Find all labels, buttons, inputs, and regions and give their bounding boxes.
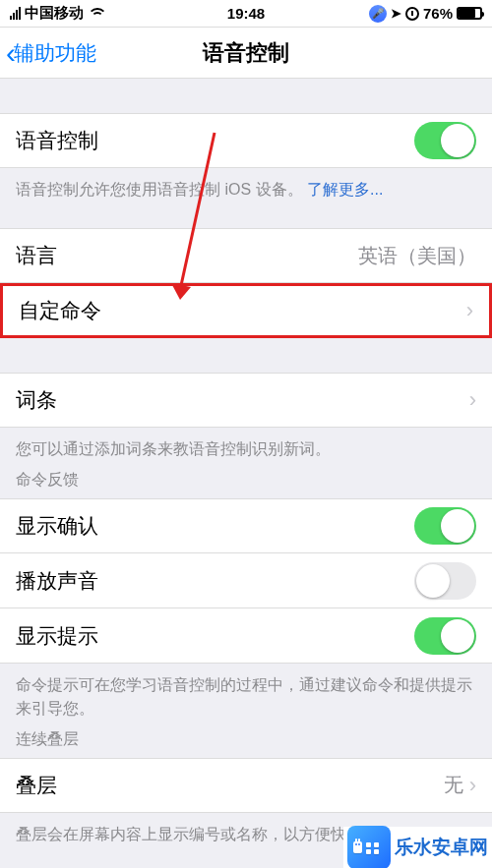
- vocab-label: 词条: [16, 386, 57, 414]
- back-button[interactable]: ‹ 辅助功能: [6, 28, 96, 78]
- wifi-icon: [88, 8, 103, 20]
- back-label: 辅助功能: [14, 39, 96, 67]
- row-play-sound[interactable]: 播放声音: [0, 553, 492, 608]
- group-language: 语言 英语（美国） 自定命令 ›: [0, 228, 492, 338]
- clock: 19:48: [227, 5, 265, 22]
- row-custom-commands[interactable]: 自定命令 ›: [0, 283, 492, 338]
- row-voice-control[interactable]: 语音控制: [0, 113, 492, 168]
- signal-icon: [10, 7, 21, 20]
- show-confirm-label: 显示确认: [16, 512, 98, 540]
- group-voice-control: 语音控制 语音控制允许您使用语音控制 iOS 设备。 了解更多...: [0, 113, 492, 201]
- svg-rect-8: [374, 842, 379, 847]
- voice-mic-icon: 🎤: [369, 5, 387, 23]
- voice-control-switch[interactable]: [414, 122, 476, 159]
- svg-rect-2: [353, 841, 362, 853]
- language-value-text: 英语（美国）: [358, 243, 476, 269]
- watermark-logo-icon: [347, 826, 391, 868]
- svg-rect-4: [358, 839, 360, 842]
- language-label: 语言: [16, 242, 57, 269]
- custom-commands-label: 自定命令: [19, 297, 101, 324]
- row-show-confirm[interactable]: 显示确认: [0, 498, 492, 553]
- voice-control-footer-text: 语音控制允许您使用语音控制 iOS 设备。: [16, 181, 303, 198]
- status-right: 🎤 ➤ 76%: [369, 5, 482, 23]
- show-hints-switch[interactable]: [414, 617, 476, 655]
- chevron-right-icon: ›: [469, 387, 476, 413]
- custom-commands-affordance: ›: [466, 298, 473, 323]
- svg-rect-7: [366, 842, 371, 847]
- watermark: 乐水安卓网: [343, 827, 492, 868]
- watermark-text: 乐水安卓网: [395, 835, 488, 860]
- overlay-label: 叠层: [16, 772, 57, 799]
- svg-point-5: [355, 843, 357, 845]
- row-show-hints[interactable]: 显示提示: [0, 608, 492, 664]
- chevron-right-icon: ›: [469, 773, 476, 798]
- overlay-header: 连续叠层: [0, 729, 492, 758]
- voice-control-label: 语音控制: [16, 127, 98, 154]
- svg-rect-9: [366, 849, 371, 854]
- feedback-header: 命令反馈: [0, 470, 492, 498]
- overlay-value-text: 无: [444, 772, 463, 798]
- voice-control-footer: 语音控制允许您使用语音控制 iOS 设备。 了解更多...: [0, 168, 492, 201]
- battery-percent: 76%: [423, 5, 453, 22]
- row-overlay[interactable]: 叠层 无 ›: [0, 758, 492, 813]
- svg-rect-3: [355, 839, 357, 842]
- vocab-footer: 您可以通过添加词条来教语音控制识别新词。: [0, 428, 492, 460]
- language-value: 英语（美国）: [358, 243, 476, 269]
- battery-icon: [457, 7, 482, 20]
- group-vocab: 词条 › 您可以通过添加词条来教语音控制识别新词。: [0, 373, 492, 460]
- play-sound-label: 播放声音: [16, 567, 98, 595]
- chevron-right-icon: ›: [466, 298, 473, 323]
- status-bar: 中国移动 19:48 🎤 ➤ 76%: [0, 0, 492, 28]
- overlay-value: 无 ›: [444, 772, 476, 798]
- feedback-footer: 命令提示可在您学习语音控制的过程中，通过建议命令和提供提示来引导您。: [0, 664, 492, 719]
- show-confirm-switch[interactable]: [414, 507, 476, 545]
- row-language[interactable]: 语言 英语（美国）: [0, 228, 492, 283]
- show-hints-label: 显示提示: [16, 622, 98, 650]
- carrier-label: 中国移动: [25, 4, 84, 23]
- group-feedback: 命令反馈 显示确认 播放声音 显示提示 命令提示可在您学习语音控制的过程中，通过…: [0, 470, 492, 719]
- learn-more-link[interactable]: 了解更多...: [307, 181, 383, 198]
- svg-point-6: [358, 843, 360, 845]
- row-vocab[interactable]: 词条 ›: [0, 373, 492, 428]
- play-sound-switch[interactable]: [414, 562, 476, 600]
- location-icon: ➤: [391, 6, 401, 21]
- page-title: 语音控制: [203, 38, 289, 68]
- alarm-icon: [405, 7, 419, 21]
- svg-rect-10: [374, 849, 379, 854]
- nav-bar: ‹ 辅助功能 语音控制: [0, 28, 492, 79]
- status-left: 中国移动: [10, 4, 103, 23]
